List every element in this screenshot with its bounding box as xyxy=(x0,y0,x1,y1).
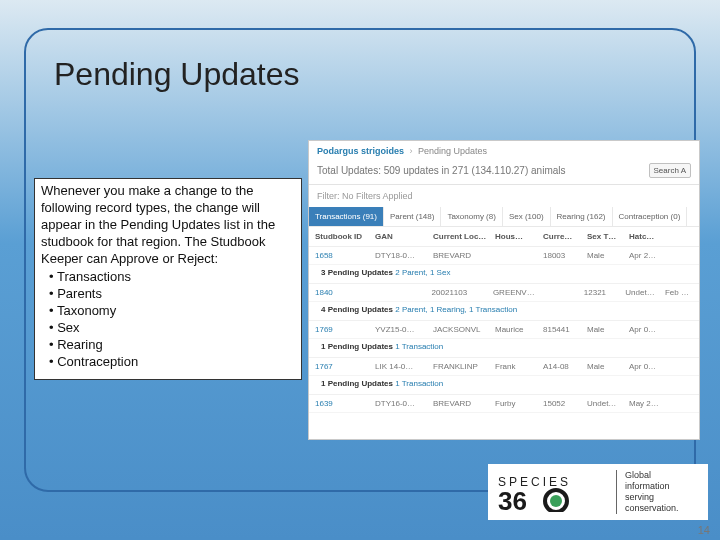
pending-count: 4 Pending Updates xyxy=(321,305,395,314)
slide-title: Pending Updates xyxy=(54,56,300,93)
cell: Apr 0… xyxy=(627,362,667,371)
app-screenshot: Podargus strigoides › Pending Updates To… xyxy=(308,140,700,440)
cell: 1840 xyxy=(313,288,372,297)
cell: Male xyxy=(585,362,627,371)
cell: BREVARD xyxy=(431,399,493,408)
col-sex[interactable]: Sex T… xyxy=(585,232,627,241)
tab-sex[interactable]: Sex (100) xyxy=(503,207,551,226)
tab-contraception[interactable]: Contraception (0) xyxy=(613,207,688,226)
cell: GREENVISC xyxy=(491,288,538,297)
tab-rearing[interactable]: Rearing (162) xyxy=(551,207,613,226)
tab-taxonomy[interactable]: Taxonomy (8) xyxy=(441,207,502,226)
cell xyxy=(538,288,582,297)
logo-zero-fill xyxy=(550,495,562,507)
cell: BREVARD xyxy=(431,251,493,260)
cell: Undet… xyxy=(623,288,663,297)
record-types-list: Transactions Parents Taxonomy Sex Rearin… xyxy=(41,269,295,370)
cell: 12321 xyxy=(582,288,624,297)
total-updates-text: Total Updates: 509 updates in 271 (134.1… xyxy=(317,165,566,176)
pending-breakdown-link[interactable]: 1 Transaction xyxy=(395,342,443,351)
cell: 1767 xyxy=(313,362,373,371)
list-item: Sex xyxy=(41,320,295,337)
table-header: Studbook ID GAN Current Loc… Hous… Curre… xyxy=(309,227,699,247)
logo-text-360: 36 xyxy=(498,486,527,512)
cell: DTY16-0… xyxy=(373,399,431,408)
cell: 815441 xyxy=(541,325,585,334)
species360-logo-icon: SPECIES 36 xyxy=(498,472,608,512)
list-item: Taxonomy xyxy=(41,303,295,320)
filter-bar[interactable]: Filter: No Filters Applied xyxy=(309,185,699,207)
col-curre[interactable]: Curre… xyxy=(541,232,585,241)
cell: May 2… xyxy=(627,399,667,408)
pending-breakdown-link[interactable]: 1 Transaction xyxy=(395,379,443,388)
cell: LIK 14-0… xyxy=(373,362,431,371)
breadcrumb: Podargus strigoides › Pending Updates xyxy=(309,141,699,159)
table-body: 1658DTY18-0…BREVARD18003MaleApr 2…3 Pend… xyxy=(309,247,699,413)
table-row[interactable]: 1769YVZ15-0…JACKSONVLMaurice815441MaleAp… xyxy=(309,321,699,339)
cell: FRANKLINP xyxy=(431,362,493,371)
cell: 20021103 xyxy=(430,288,491,297)
cell xyxy=(493,251,541,260)
cell xyxy=(372,288,429,297)
pending-updates-subrow[interactable]: 4 Pending Updates 2 Parent, 1 Rearing, 1… xyxy=(309,302,699,321)
cell: Male xyxy=(585,251,627,260)
table-row[interactable]: 1639DTY16-0…BREVARDFurby15052Undet…May 2… xyxy=(309,395,699,413)
cell: Male xyxy=(585,325,627,334)
intro-paragraph: Whenever you make a change to the follow… xyxy=(41,183,295,267)
logo-tagline: Global information serving conservation. xyxy=(616,470,698,513)
table-row[interactable]: 1658DTY18-0…BREVARD18003MaleApr 2… xyxy=(309,247,699,265)
pending-count: 3 Pending Updates xyxy=(321,268,395,277)
cell: DTY18-0… xyxy=(373,251,431,260)
cell: Feb 0… xyxy=(663,288,695,297)
cell: A14-08 xyxy=(541,362,585,371)
col-current-loc[interactable]: Current Loc… xyxy=(431,232,493,241)
cell: 1769 xyxy=(313,325,373,334)
tagline-line1: Global information xyxy=(625,470,698,492)
pending-count: 1 Pending Updates xyxy=(321,379,395,388)
breadcrumb-species[interactable]: Podargus strigoides xyxy=(317,146,404,156)
list-item: Transactions xyxy=(41,269,295,286)
cell: 15052 xyxy=(541,399,585,408)
col-hatch[interactable]: Hatc… xyxy=(627,232,667,241)
cell: 1639 xyxy=(313,399,373,408)
list-item: Parents xyxy=(41,286,295,303)
search-animals-button[interactable]: Search A xyxy=(649,163,691,178)
chevron-right-icon: › xyxy=(410,146,413,156)
tabs-row: Transactions (91) Parent (148) Taxonomy … xyxy=(309,207,699,227)
pending-updates-subrow[interactable]: 1 Pending Updates 1 Transaction xyxy=(309,339,699,358)
cell: JACKSONVL xyxy=(431,325,493,334)
page-number: 14 xyxy=(698,524,710,536)
tab-parent[interactable]: Parent (148) xyxy=(384,207,441,226)
cell: Furby xyxy=(493,399,541,408)
pending-breakdown-link[interactable]: 2 Parent, 1 Rearing, 1 Transaction xyxy=(395,305,517,314)
pending-updates-subrow[interactable]: 1 Pending Updates 1 Transaction xyxy=(309,376,699,395)
list-item: Contraception xyxy=(41,354,295,371)
cell: Maurice xyxy=(493,325,541,334)
cell: Frank xyxy=(493,362,541,371)
species360-logo-block: SPECIES 36 Global information serving co… xyxy=(488,464,708,520)
col-studbook-id[interactable]: Studbook ID xyxy=(313,232,373,241)
cell: 1658 xyxy=(313,251,373,260)
list-item: Rearing xyxy=(41,337,295,354)
tagline-line2: serving conservation. xyxy=(625,492,698,514)
cell: Apr 2… xyxy=(627,251,667,260)
cell: Apr 0… xyxy=(627,325,667,334)
totals-bar: Total Updates: 509 updates in 271 (134.1… xyxy=(309,159,699,185)
col-house[interactable]: Hous… xyxy=(493,232,541,241)
table-row[interactable]: 1767LIK 14-0…FRANKLINPFrankA14-08MaleApr… xyxy=(309,358,699,376)
cell: YVZ15-0… xyxy=(373,325,431,334)
cell: 18003 xyxy=(541,251,585,260)
explanatory-textbox: Whenever you make a change to the follow… xyxy=(34,178,302,380)
pending-breakdown-link[interactable]: 2 Parent, 1 Sex xyxy=(395,268,450,277)
table-row[interactable]: 184020021103GREENVISC12321Undet…Feb 0… xyxy=(309,284,699,302)
pending-count: 1 Pending Updates xyxy=(321,342,395,351)
breadcrumb-page: Pending Updates xyxy=(418,146,487,156)
tab-transactions[interactable]: Transactions (91) xyxy=(309,207,384,226)
col-gan[interactable]: GAN xyxy=(373,232,431,241)
pending-updates-subrow[interactable]: 3 Pending Updates 2 Parent, 1 Sex xyxy=(309,265,699,284)
cell: Undet… xyxy=(585,399,627,408)
